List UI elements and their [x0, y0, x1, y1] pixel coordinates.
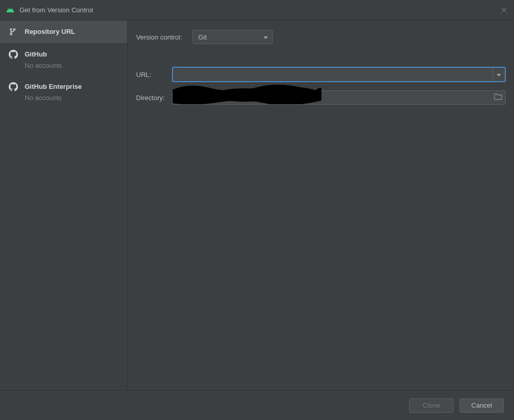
sidebar-item-label: Repository URL: [25, 27, 75, 37]
version-control-select[interactable]: Git: [193, 30, 273, 44]
browse-directory-button[interactable]: [491, 91, 505, 104]
sidebar-item-github[interactable]: GitHub No accounts: [0, 43, 127, 75]
close-icon[interactable]: [500, 6, 508, 14]
folder-icon: [494, 93, 502, 102]
chevron-down-icon: [263, 32, 268, 42]
sidebar-item-label: GitHub Enterprise: [25, 82, 82, 92]
directory-field: [172, 90, 506, 105]
cancel-button[interactable]: Cancel: [460, 398, 504, 413]
url-label: URL:: [136, 71, 172, 79]
sidebar-item-label: GitHub: [25, 49, 62, 60]
version-control-label: Version control:: [136, 33, 193, 41]
titlebar: Get from Version Control: [0, 0, 514, 21]
github-icon: [8, 82, 18, 92]
clone-button[interactable]: Clone: [409, 398, 453, 413]
directory-row: Directory:: [136, 90, 506, 105]
url-input[interactable]: [173, 68, 492, 81]
sidebar-item-github-enterprise[interactable]: GitHub Enterprise No accounts: [0, 75, 127, 108]
android-icon: [6, 6, 14, 14]
version-control-row: Version control: Git: [136, 30, 506, 44]
footer: Clone Cancel: [0, 390, 514, 420]
version-control-value: Git: [198, 33, 207, 41]
chevron-down-icon: [497, 70, 501, 79]
directory-label: Directory:: [136, 94, 172, 102]
sidebar-item-repository-url[interactable]: Repository URL: [0, 21, 127, 43]
content-panel: Version control: Git URL: Directo: [128, 21, 514, 390]
main-area: Repository URL GitHub No accounts GitHub: [0, 21, 514, 390]
url-row: URL:: [136, 67, 506, 82]
directory-input[interactable]: [173, 91, 491, 104]
sidebar-item-sublabel: No accounts: [25, 62, 62, 69]
github-icon: [8, 49, 18, 60]
sidebar-item-sublabel: No accounts: [25, 94, 82, 102]
sidebar: Repository URL GitHub No accounts GitHub: [0, 21, 128, 390]
branch-icon: [8, 27, 18, 37]
window-title: Get from Version Control: [20, 6, 500, 14]
url-history-dropdown[interactable]: [492, 68, 505, 81]
url-field: [172, 67, 506, 82]
